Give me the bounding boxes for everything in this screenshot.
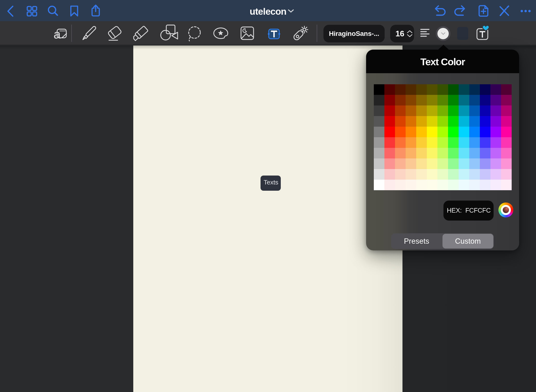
svg-text:a: a: [54, 27, 61, 41]
